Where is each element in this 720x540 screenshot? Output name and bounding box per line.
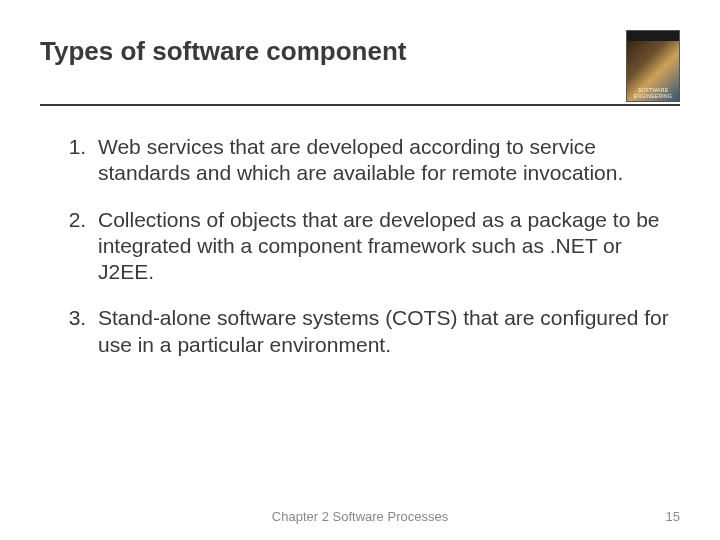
slide: Types of software component Web services…: [0, 0, 720, 540]
slide-title: Types of software component: [40, 30, 406, 67]
header: Types of software component: [40, 30, 680, 102]
slide-body: Web services that are developed accordin…: [40, 106, 680, 358]
numbered-list: Web services that are developed accordin…: [50, 134, 670, 358]
list-item: Collections of objects that are develope…: [92, 207, 670, 286]
list-item: Stand-alone software systems (COTS) that…: [92, 305, 670, 358]
page-number: 15: [666, 509, 680, 524]
list-item: Web services that are developed accordin…: [92, 134, 670, 187]
book-cover-image: [626, 30, 680, 102]
footer-text: Chapter 2 Software Processes: [0, 509, 720, 524]
